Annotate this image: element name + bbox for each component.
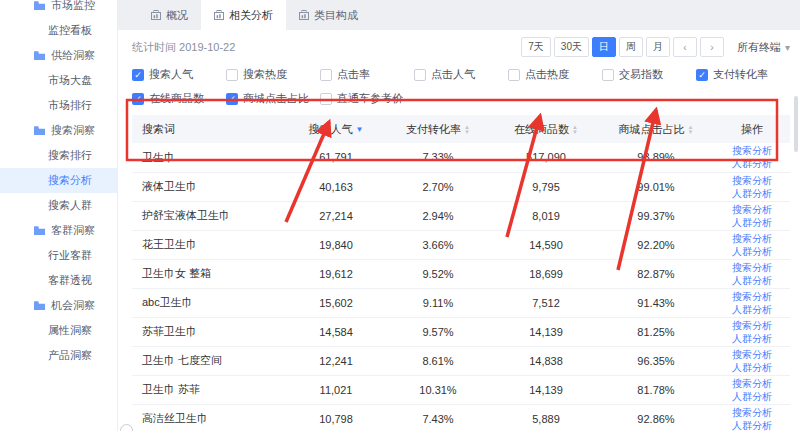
sidebar-section[interactable]: 供给洞察 (0, 43, 117, 68)
metric-label: 支付转化率 (713, 67, 768, 82)
sidebar-label: 机会洞察 (51, 298, 95, 313)
metric-checkbox[interactable]: ✓在线商品数 (132, 91, 226, 106)
checkbox-icon[interactable]: ✓ (226, 93, 238, 105)
table-row: 卫生巾61,7917.33%517,09093.89%搜索分析人群分析 (132, 143, 790, 172)
sort-icon[interactable]: ▲▼ (464, 125, 470, 135)
tab-overview[interactable]: 概况 (138, 0, 201, 30)
search-analysis-link[interactable]: 搜索分析 (714, 232, 790, 245)
table-row: 卫生巾女 整箱19,6129.52%18,69982.87%搜索分析人群分析 (132, 259, 790, 288)
sidebar-section[interactable]: 客群洞察 (0, 218, 117, 243)
column-label[interactable]: 搜索人气 (309, 123, 353, 135)
sidebar-section[interactable]: 搜索洞察 (0, 118, 117, 143)
checkbox-icon[interactable] (508, 69, 520, 81)
search-popularity-cell: 19,612 (290, 259, 382, 288)
scrollbar[interactable] (794, 96, 798, 152)
crowd-analysis-link[interactable]: 人群分析 (714, 390, 790, 403)
floating-widget[interactable] (120, 424, 133, 431)
checkbox-icon[interactable]: ✓ (132, 69, 144, 81)
metric-checkbox[interactable]: ✓商城点击占比 (226, 91, 320, 106)
column-label[interactable]: 支付转化率 (406, 123, 461, 135)
crowd-analysis-link[interactable]: 人群分析 (714, 332, 790, 345)
online-products-cell: 517,090 (494, 143, 598, 172)
sort-icon[interactable]: ▲▼ (572, 125, 578, 135)
tab-category-composition[interactable]: 类目构成 (286, 0, 371, 30)
sidebar-item[interactable]: 产品洞察 (0, 343, 117, 368)
column-label[interactable]: 操作 (741, 123, 763, 135)
search-analysis-link[interactable]: 搜索分析 (714, 261, 790, 274)
crowd-analysis-link[interactable]: 人群分析 (714, 245, 790, 258)
metric-checkbox[interactable]: ✓搜索人气 (132, 67, 226, 82)
prev-arrow-button[interactable]: ‹ (673, 37, 697, 57)
period-button[interactable]: 月 (646, 37, 670, 57)
online-products-cell: 14,139 (494, 375, 598, 404)
sort-icon[interactable]: ▲▼ (688, 125, 694, 135)
sidebar-item[interactable]: 市场大盘 (0, 68, 117, 93)
folder-icon (34, 226, 45, 235)
pay-conversion-cell: 2.70% (382, 172, 494, 201)
period-button[interactable]: 30天 (554, 37, 589, 57)
action-cell: 搜索分析人群分析 (714, 143, 790, 172)
sidebar-item[interactable]: 搜索排行 (0, 143, 117, 168)
sort-desc-icon[interactable]: ▼ (356, 125, 364, 134)
period-button[interactable]: 周 (619, 37, 643, 57)
sidebar-section[interactable]: 机会洞察 (0, 293, 117, 318)
online-products-cell: 7,512 (494, 288, 598, 317)
sidebar-label: 市场监控 (51, 0, 95, 13)
sidebar-item[interactable]: 客群透视 (0, 268, 117, 293)
chart-tab-icon (214, 10, 224, 20)
sidebar-label: 客群洞察 (51, 223, 95, 238)
checkbox-icon[interactable] (414, 69, 426, 81)
tab-related-analysis[interactable]: 相关分析 (201, 0, 286, 30)
crowd-analysis-link[interactable]: 人群分析 (714, 187, 790, 200)
search-analysis-link[interactable]: 搜索分析 (714, 290, 790, 303)
sidebar-item[interactable]: 市场排行 (0, 93, 117, 118)
online-products-cell: 14,139 (494, 317, 598, 346)
search-analysis-link[interactable]: 搜索分析 (714, 377, 790, 390)
crowd-analysis-link[interactable]: 人群分析 (714, 361, 790, 374)
metric-checkbox[interactable]: 直通车参考价 (320, 91, 414, 106)
metric-checkbox[interactable]: 搜索热度 (226, 67, 320, 82)
search-analysis-link[interactable]: 搜索分析 (714, 174, 790, 187)
metric-checkbox[interactable]: 点击热度 (508, 67, 602, 82)
checkbox-icon[interactable] (320, 69, 332, 81)
checkbox-icon[interactable] (320, 93, 332, 105)
search-analysis-link[interactable]: 搜索分析 (714, 348, 790, 361)
sidebar-item[interactable]: 监控看板 (0, 18, 117, 43)
metric-checkbox[interactable]: 点击率 (320, 67, 414, 82)
crowd-analysis-link[interactable]: 人群分析 (714, 419, 790, 431)
period-button[interactable]: 日 (592, 37, 616, 57)
checkbox-icon[interactable] (226, 69, 238, 81)
checkbox-icon[interactable]: ✓ (132, 93, 144, 105)
search-analysis-link[interactable]: 搜索分析 (714, 406, 790, 419)
metric-checkbox[interactable]: ✓支付转化率 (696, 67, 790, 82)
checkbox-icon[interactable] (602, 69, 614, 81)
keyword-cell: 卫生巾 (132, 143, 290, 172)
sidebar-item[interactable]: 搜索人群 (0, 193, 117, 218)
sidebar-item[interactable]: 行业客群 (0, 243, 117, 268)
crowd-analysis-link[interactable]: 人群分析 (714, 216, 790, 229)
metric-label: 在线商品数 (149, 91, 204, 106)
pay-conversion-cell: 9.11% (382, 288, 494, 317)
table-row: 护舒宝液体卫生巾27,2142.94%8,01999.37%搜索分析人群分析 (132, 201, 790, 230)
terminal-dropdown[interactable]: 所有终端 ▾ (737, 40, 790, 55)
online-products-cell: 14,838 (494, 346, 598, 375)
sidebar-section[interactable]: 市场监控 (0, 0, 117, 18)
period-button[interactable]: 7天 (521, 37, 551, 57)
crowd-analysis-link[interactable]: 人群分析 (714, 157, 790, 170)
crowd-analysis-link[interactable]: 人群分析 (714, 303, 790, 316)
metric-checkbox[interactable]: 点击人气 (414, 67, 508, 82)
search-analysis-link[interactable]: 搜索分析 (714, 319, 790, 332)
search-analysis-link[interactable]: 搜索分析 (714, 203, 790, 216)
metric-checkbox[interactable]: 交易指数 (602, 67, 696, 82)
next-arrow-button[interactable]: › (700, 37, 724, 57)
sidebar-label: 市场排行 (48, 98, 92, 113)
search-analysis-link[interactable]: 搜索分析 (714, 144, 790, 157)
sidebar-item[interactable]: 属性洞察 (0, 318, 117, 343)
column-label[interactable]: 商城点击占比 (619, 123, 685, 135)
column-label[interactable]: 搜索词 (142, 123, 175, 135)
mall-click-ratio-cell: 81.78% (598, 375, 714, 404)
checkbox-icon[interactable]: ✓ (696, 69, 708, 81)
crowd-analysis-link[interactable]: 人群分析 (714, 274, 790, 287)
column-label[interactable]: 在线商品数 (514, 123, 569, 135)
sidebar-item[interactable]: 搜索分析 (0, 168, 117, 193)
